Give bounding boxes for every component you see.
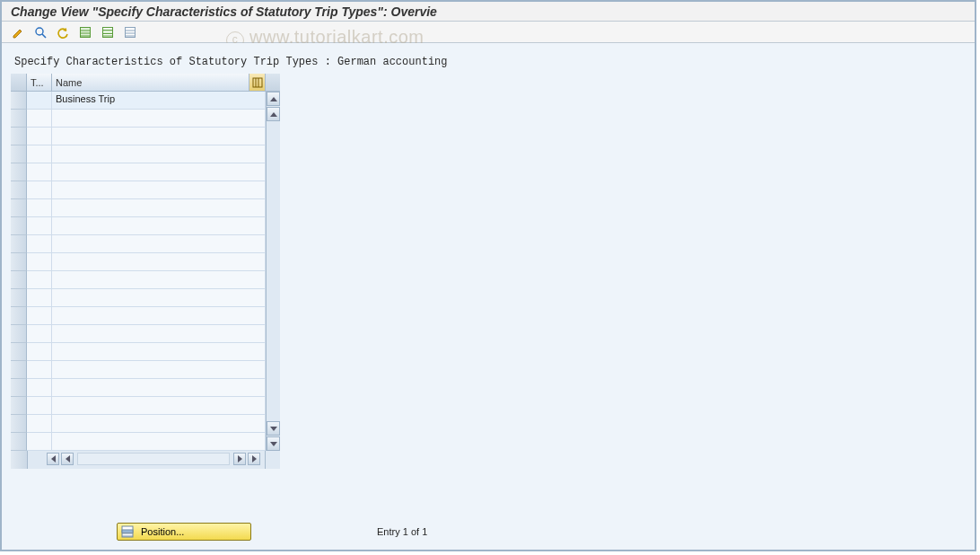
row-selector[interactable] — [11, 379, 27, 397]
row-selector[interactable] — [11, 110, 27, 128]
row-selector[interactable] — [11, 307, 27, 325]
svg-line-1 — [42, 34, 46, 38]
cell-type[interactable] — [27, 217, 52, 235]
details-button[interactable] — [30, 22, 51, 42]
hscroll-track[interactable] — [77, 453, 230, 465]
row-selector[interactable] — [11, 163, 27, 181]
cell-type[interactable] — [27, 307, 52, 325]
cell-type[interactable] — [27, 92, 52, 110]
scroll-down-button[interactable] — [267, 421, 280, 436]
cell-type[interactable] — [27, 271, 52, 289]
select-block-button[interactable] — [97, 22, 118, 42]
table-row — [11, 343, 266, 361]
table-select-block-icon — [101, 26, 114, 39]
cell-type[interactable] — [27, 110, 52, 128]
table-row — [11, 235, 266, 253]
table-deselect-icon — [124, 26, 136, 39]
cell-type[interactable] — [27, 199, 52, 217]
row-selector[interactable] — [11, 217, 27, 235]
cell-type[interactable] — [27, 128, 52, 145]
table-row — [11, 253, 266, 271]
cell-name[interactable] — [52, 325, 266, 343]
configure-columns-button[interactable] — [249, 74, 266, 92]
row-selector[interactable] — [11, 253, 27, 271]
toolbar — [2, 22, 975, 43]
row-selector[interactable] — [11, 397, 27, 415]
scroll-first-button[interactable] — [267, 92, 280, 106]
cell-name[interactable] — [52, 379, 266, 397]
row-selector[interactable] — [11, 128, 27, 145]
cell-name[interactable] — [52, 271, 266, 289]
grid-corner[interactable] — [11, 74, 27, 92]
row-selector[interactable] — [11, 145, 27, 163]
row-selector[interactable] — [11, 343, 27, 361]
table-row — [11, 199, 266, 217]
cell-type[interactable] — [27, 181, 52, 199]
cell-type[interactable] — [27, 253, 52, 271]
cell-type[interactable] — [27, 325, 52, 343]
cell-type[interactable] — [27, 379, 52, 397]
grid-panel: T... Name Business Trip — [11, 74, 280, 469]
cell-type[interactable] — [27, 289, 52, 307]
row-selector[interactable] — [11, 361, 27, 379]
edit-button[interactable] — [7, 22, 29, 42]
cell-name[interactable] — [52, 199, 266, 217]
vertical-scrollbar[interactable] — [266, 92, 280, 451]
svg-rect-13 — [253, 78, 262, 87]
row-selector[interactable] — [11, 433, 27, 451]
row-selector[interactable] — [11, 92, 27, 110]
cell-name[interactable] — [52, 343, 266, 361]
cell-name[interactable] — [52, 361, 266, 379]
cell-type[interactable] — [27, 343, 52, 361]
cell-name[interactable] — [52, 415, 266, 433]
col-header-type[interactable]: T... — [27, 74, 52, 92]
cell-name[interactable] — [52, 433, 266, 451]
entry-status: Entry 1 of 1 — [377, 526, 427, 537]
row-selector[interactable] — [11, 415, 27, 433]
table-select-all-icon — [79, 26, 92, 39]
row-selector[interactable] — [11, 235, 27, 253]
scroll-leftmost-button[interactable] — [47, 453, 59, 465]
cell-type[interactable] — [27, 145, 52, 163]
cell-type[interactable] — [27, 235, 52, 253]
row-selector[interactable] — [11, 181, 27, 199]
table-row — [11, 361, 266, 379]
cell-name[interactable]: Business Trip — [52, 92, 266, 110]
scroll-last-button[interactable] — [267, 436, 280, 451]
row-selector[interactable] — [11, 289, 27, 307]
cell-name[interactable] — [52, 397, 266, 415]
cell-name[interactable] — [52, 217, 266, 235]
scroll-left-button[interactable] — [61, 453, 74, 465]
scroll-up-button[interactable] — [267, 107, 280, 121]
row-selector[interactable] — [11, 325, 27, 343]
cell-name[interactable] — [52, 163, 266, 181]
cell-type[interactable] — [27, 397, 52, 415]
cell-name[interactable] — [52, 289, 266, 307]
cell-type[interactable] — [27, 361, 52, 379]
table-row — [11, 110, 266, 128]
col-header-name[interactable]: Name — [52, 74, 249, 92]
row-selector[interactable] — [11, 199, 27, 217]
cell-name[interactable] — [52, 128, 266, 145]
table-row — [11, 128, 266, 145]
grid-header-scrollgap — [266, 74, 280, 92]
cell-name[interactable] — [52, 110, 266, 128]
cell-name[interactable] — [52, 145, 266, 163]
row-selector[interactable] — [11, 271, 27, 289]
cell-type[interactable] — [27, 415, 52, 433]
svg-rect-7 — [103, 30, 113, 33]
cell-type[interactable] — [27, 433, 52, 451]
cell-name[interactable] — [52, 253, 266, 271]
cell-name[interactable] — [52, 307, 266, 325]
deselect-all-button[interactable] — [119, 22, 141, 42]
undo-button[interactable] — [52, 22, 74, 42]
position-button[interactable]: Position... — [117, 523, 251, 541]
cell-type[interactable] — [27, 163, 52, 181]
scroll-corner — [265, 451, 280, 469]
select-all-button[interactable] — [74, 22, 96, 42]
cell-name[interactable] — [52, 181, 266, 199]
scroll-right-button[interactable] — [233, 453, 246, 465]
scroll-rightmost-button[interactable] — [248, 453, 260, 465]
cell-name[interactable] — [52, 235, 266, 253]
horizontal-scrollbar[interactable] — [11, 451, 280, 469]
